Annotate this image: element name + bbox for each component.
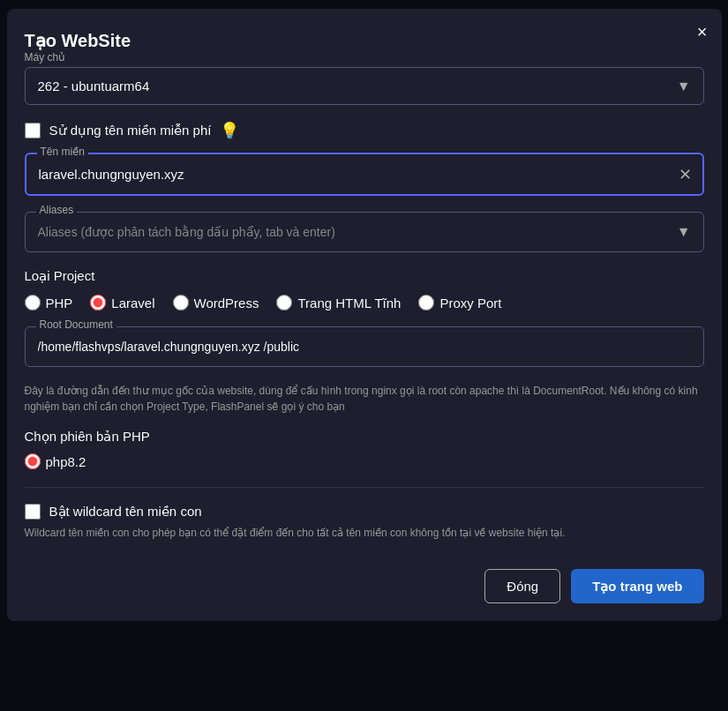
free-domain-row: Sử dụng tên miền miễn phí 💡 bbox=[25, 121, 704, 140]
radio-proxy-input[interactable] bbox=[418, 295, 434, 311]
radio-html-label: Trang HTML Tĩnh bbox=[297, 296, 401, 311]
root-document-hint: Đây là đường dẫn đến thư mục gốc của web… bbox=[25, 383, 704, 415]
php-radio-group: php8.2 bbox=[25, 453, 704, 469]
radio-laravel-label: Laravel bbox=[111, 296, 154, 311]
radio-html-input[interactable] bbox=[276, 295, 292, 311]
radio-wordpress-label: WordPress bbox=[194, 296, 259, 311]
radio-php82-label: php8.2 bbox=[46, 454, 86, 469]
wildcard-row: Bật wildcard tên miền con bbox=[25, 504, 704, 520]
radio-php-label: PHP bbox=[46, 296, 73, 311]
footer-buttons: Đóng Tạo trang web bbox=[25, 560, 704, 603]
root-doc-wrapper: Root Document bbox=[25, 326, 704, 367]
project-type-label: Loại Project bbox=[25, 268, 704, 284]
wildcard-checkbox[interactable] bbox=[25, 504, 41, 520]
project-type-group: Loại Project PHP Laravel WordPress Trang… bbox=[25, 268, 704, 311]
free-domain-label[interactable]: Sử dụng tên miền miễn phí bbox=[49, 123, 212, 138]
php-version-group: Chọn phiên bản PHP php8.2 bbox=[25, 429, 704, 469]
lightbulb-icon: 💡 bbox=[220, 121, 239, 140]
wildcard-hint: Wildcard tên miền con cho phép bạn có th… bbox=[25, 527, 704, 539]
radio-php[interactable]: PHP bbox=[25, 295, 73, 311]
aliases-float-label: Aliases bbox=[36, 204, 78, 216]
free-domain-checkbox[interactable] bbox=[25, 123, 41, 138]
radio-laravel[interactable]: Laravel bbox=[90, 295, 154, 311]
server-label: Máy chủ bbox=[25, 51, 704, 64]
radio-html[interactable]: Trang HTML Tĩnh bbox=[276, 295, 401, 311]
radio-proxy[interactable]: Proxy Port bbox=[418, 295, 501, 311]
close-icon-button[interactable]: × bbox=[697, 23, 708, 41]
root-document-input[interactable] bbox=[26, 327, 703, 366]
php-version-label: Chọn phiên bản PHP bbox=[25, 429, 704, 445]
radio-wordpress-input[interactable] bbox=[173, 295, 189, 311]
aliases-field-group: Aliases Aliases (được phân tách bằng dấu… bbox=[25, 212, 704, 252]
domain-input[interactable] bbox=[26, 154, 702, 194]
radio-php-input[interactable] bbox=[25, 295, 41, 311]
root-document-group: Root Document bbox=[25, 326, 704, 367]
radio-proxy-label: Proxy Port bbox=[439, 296, 501, 311]
radio-php82[interactable]: php8.2 bbox=[25, 453, 86, 469]
close-button[interactable]: Đóng bbox=[484, 569, 560, 603]
modal-title: Tạo WebSite bbox=[25, 31, 131, 50]
radio-wordpress[interactable]: WordPress bbox=[173, 295, 259, 311]
root-doc-float-label: Root Document bbox=[36, 318, 116, 331]
create-website-modal: Tạo WebSite × Máy chủ 262 - ubuntuarm64 … bbox=[7, 9, 722, 621]
aliases-wrapper: Aliases Aliases (được phân tách bằng dấu… bbox=[25, 212, 704, 252]
clear-domain-button[interactable]: ✕ bbox=[679, 165, 692, 184]
domain-input-wrapper: Tên miền ✕ bbox=[25, 153, 704, 196]
radio-laravel-input[interactable] bbox=[90, 295, 106, 311]
server-select-wrapper: 262 - ubuntuarm64 ▼ bbox=[25, 67, 704, 105]
server-select[interactable]: 262 - ubuntuarm64 bbox=[26, 68, 703, 104]
project-type-radio-group: PHP Laravel WordPress Trang HTML Tĩnh Pr… bbox=[25, 295, 704, 311]
wildcard-label[interactable]: Bật wildcard tên miền con bbox=[49, 504, 202, 520]
domain-float-label: Tên miền bbox=[37, 146, 88, 158]
aliases-select[interactable]: Aliases (được phân tách bằng dấu phẩy, t… bbox=[26, 213, 703, 251]
domain-field-group: Tên miền ✕ bbox=[25, 153, 704, 196]
create-button[interactable]: Tạo trang web bbox=[571, 569, 703, 603]
radio-php82-input[interactable] bbox=[25, 453, 41, 469]
server-field-group: Máy chủ 262 - ubuntuarm64 ▼ bbox=[25, 51, 704, 105]
